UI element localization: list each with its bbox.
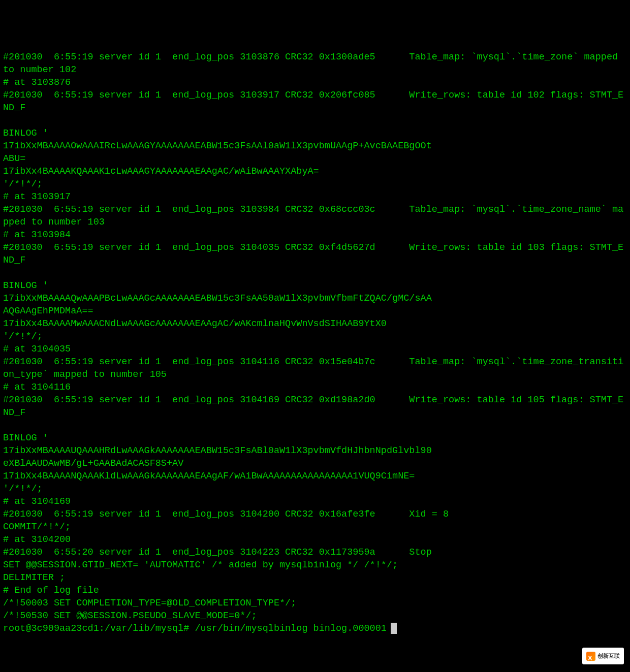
terminal-line: # at 3103984 [3,230,71,240]
terminal-line: /*!50530 SET @@SESSION.PSEUDO_SLAVE_MODE… [3,611,257,621]
logo-icon [586,652,595,661]
terminal-line: 17ibXxMBAAAAOwAAAIRcLwAAAGYAAAAAAAEABW15… [3,141,432,151]
terminal-line: #201030 6:55:20 server id 1 end_log_pos … [3,547,432,558]
terminal-line: 17ibXxMBAAAAUQAAAHRdLwAAAGkAAAAAAAEABW15… [3,445,432,456]
terminal-line: ABU= [3,153,25,164]
terminal-line: #201030 6:55:19 server id 1 end_log_pos … [3,204,623,228]
terminal-line: DELIMITER ; [3,572,65,583]
terminal-line: # End of log file [3,585,99,596]
terminal-line: # at 3103917 [3,191,71,202]
terminal-line: SET @@SESSION.GTID_NEXT= 'AUTOMATIC' /* … [3,560,398,570]
terminal-line: AQGAAgEhPMDMaA== [3,306,93,316]
terminal-line: 17ibXx4BAAAANQAAAKldLwAAAGkAAAAAAAEAAgAF… [3,471,415,482]
terminal-line: #201030 6:55:19 server id 1 end_log_pos … [3,509,449,520]
terminal-line: #201030 6:55:19 server id 1 end_log_pos … [3,242,623,266]
watermark: 创新互联 [582,648,624,664]
shell-command[interactable]: /usr/bin/mysqlbinlog binlog.000001 [195,623,386,634]
terminal-line: 17ibXxMBAAAAQwAAAPBcLwAAAGcAAAAAAAEABW15… [3,293,432,304]
terminal-line: /*!50003 SET COMPLETION_TYPE=@OLD_COMPLE… [3,598,296,609]
shell-prompt: root@3c909aa23cd1:/var/lib/mysql# [3,623,195,634]
terminal-line: #201030 6:55:19 server id 1 end_log_pos … [3,357,623,380]
terminal-line: #201030 6:55:19 server id 1 end_log_pos … [3,90,623,113]
terminal-output[interactable]: #201030 6:55:19 server id 1 end_log_pos … [3,51,627,635]
terminal-line: # at 3104116 [3,382,71,393]
terminal-line: #201030 6:55:19 server id 1 end_log_pos … [3,395,623,418]
watermark-text: 创新互联 [597,650,620,662]
terminal-line: '/*!*/; [3,484,43,494]
terminal-line: eXBlAAUDAwMB/gL+GAABAdACASF8S+AV [3,458,183,469]
terminal-line: # at 3103876 [3,77,71,88]
terminal-line: # at 3104169 [3,496,71,507]
terminal-line: 17ibXx4BAAAAMwAAACNdLwAAAGcAAAAAAAEAAgAC… [3,318,387,329]
terminal-line: '/*!*/; [3,331,43,342]
cursor-icon [391,623,397,634]
terminal-line: # at 3104035 [3,344,71,355]
terminal-line: BINLOG ' [3,280,48,291]
terminal-line: BINLOG ' [3,433,48,443]
terminal-line: # at 3104200 [3,534,71,545]
terminal-line: COMMIT/*!*/; [3,522,71,532]
terminal-line: BINLOG ' [3,128,48,139]
terminal-line: '/*!*/; [3,179,43,189]
terminal-line: #201030 6:55:19 server id 1 end_log_pos … [3,52,623,75]
terminal-line: 17ibXx4BAAAAKQAAAK1cLwAAAGYAAAAAAAEAAgAC… [3,166,319,177]
